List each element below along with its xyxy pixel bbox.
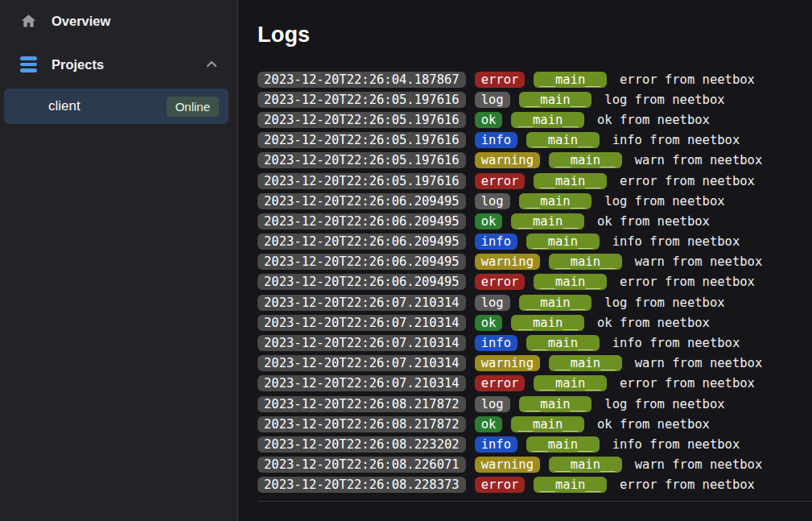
log-level-badge: log bbox=[475, 295, 510, 311]
log-row: 2023-12-20T22:26:05.197616 error __main_… bbox=[258, 171, 812, 191]
log-module-badge: __main__ bbox=[534, 274, 607, 290]
log-message: log from neetbox bbox=[604, 397, 724, 411]
log-timestamp: 2023-12-20T22:26:07.210314 bbox=[258, 375, 466, 391]
project-name: client bbox=[48, 98, 80, 114]
page-title: Logs bbox=[258, 23, 812, 48]
log-message: error from neetbox bbox=[620, 376, 755, 391]
log-row: 2023-12-20T22:26:06.209495 ok __main__ o… bbox=[258, 211, 812, 231]
log-level-badge: ok bbox=[475, 315, 503, 331]
log-timestamp: 2023-12-20T22:26:08.228373 bbox=[258, 477, 466, 493]
sidebar: Overview Projects client Online bbox=[0, 0, 238, 521]
main-panel: Logs 2023-12-20T22:26:04.187867 error __… bbox=[238, 0, 812, 521]
log-row: 2023-12-20T22:26:06.209495 info __main__… bbox=[258, 232, 812, 252]
log-row: 2023-12-20T22:26:05.197616 ok __main__ o… bbox=[258, 110, 812, 130]
log-module-badge: __main__ bbox=[511, 213, 584, 229]
log-module-badge: __main__ bbox=[534, 72, 607, 88]
log-level-badge: error bbox=[475, 72, 526, 88]
log-module-badge: __main__ bbox=[519, 295, 592, 311]
log-level-badge: error bbox=[475, 477, 526, 493]
log-timestamp: 2023-12-20T22:26:06.209495 bbox=[258, 274, 466, 290]
log-message: log from neetbox bbox=[604, 194, 724, 209]
log-timestamp: 2023-12-20T22:26:05.197616 bbox=[258, 92, 466, 108]
log-module-badge: __main__ bbox=[526, 234, 600, 250]
log-message: info from neetbox bbox=[612, 133, 740, 147]
log-level-badge: error bbox=[475, 173, 526, 189]
log-message: error from neetbox bbox=[620, 72, 755, 87]
log-level-badge: error bbox=[475, 274, 526, 290]
log-row: 2023-12-20T22:26:05.197616 log __main__ … bbox=[258, 89, 812, 110]
log-message: warn from neetbox bbox=[635, 153, 763, 167]
log-row: 2023-12-20T22:26:07.210314 error __main_… bbox=[258, 374, 812, 394]
log-timestamp: 2023-12-20T22:26:07.210314 bbox=[258, 315, 466, 331]
home-icon bbox=[20, 13, 37, 30]
log-module-badge: __main__ bbox=[534, 375, 607, 391]
log-level-badge: log bbox=[475, 92, 510, 108]
log-message: info from neetbox bbox=[612, 336, 740, 350]
log-module-badge: __main__ bbox=[526, 436, 600, 453]
log-row: 2023-12-20T22:26:08.223202 info __main__… bbox=[258, 434, 812, 454]
sidebar-item-label: Projects bbox=[52, 57, 104, 72]
sidebar-item-projects[interactable]: Projects bbox=[0, 48, 237, 81]
log-row: 2023-12-20T22:26:05.197616 info __main__… bbox=[258, 130, 812, 151]
sidebar-item-label: Overview bbox=[52, 14, 110, 29]
log-row: 2023-12-20T22:26:08.217872 log __main__ … bbox=[258, 394, 812, 414]
log-timestamp: 2023-12-20T22:26:08.226071 bbox=[258, 457, 466, 473]
log-level-badge: info bbox=[475, 132, 517, 148]
sidebar-project-client[interactable]: client Online bbox=[4, 89, 229, 124]
log-module-badge: __main__ bbox=[549, 457, 622, 473]
log-level-badge: info bbox=[475, 234, 517, 250]
log-module-badge: __main__ bbox=[519, 396, 592, 412]
log-level-badge: ok bbox=[475, 112, 503, 128]
chevron-up-icon[interactable] bbox=[204, 56, 220, 72]
log-level-badge: ok bbox=[475, 416, 503, 432]
log-timestamp: 2023-12-20T22:26:08.217872 bbox=[258, 396, 466, 412]
log-level-badge: warning bbox=[475, 355, 540, 371]
log-row: 2023-12-20T22:26:05.197616 warning __mai… bbox=[258, 151, 812, 171]
log-module-badge: __main__ bbox=[511, 416, 584, 432]
log-message: ok from neetbox bbox=[597, 113, 710, 127]
log-timestamp: 2023-12-20T22:26:05.197616 bbox=[258, 112, 466, 128]
log-message: warn from neetbox bbox=[635, 457, 763, 472]
log-module-badge: __main__ bbox=[519, 193, 592, 209]
log-timestamp: 2023-12-20T22:26:04.187867 bbox=[258, 72, 466, 88]
log-module-badge: __main__ bbox=[519, 92, 592, 108]
log-row: 2023-12-20T22:26:06.209495 error __main_… bbox=[258, 272, 812, 292]
log-module-badge: __main__ bbox=[511, 112, 584, 128]
log-level-badge: log bbox=[475, 396, 510, 412]
log-level-badge: warning bbox=[475, 152, 540, 168]
log-level-badge: error bbox=[475, 375, 526, 391]
log-row: 2023-12-20T22:26:07.210314 info __main__… bbox=[258, 333, 812, 353]
log-module-badge: __main__ bbox=[534, 173, 607, 189]
projects-list-icon bbox=[20, 56, 37, 72]
log-timestamp: 2023-12-20T22:26:07.210314 bbox=[258, 295, 466, 311]
log-message: ok from neetbox bbox=[597, 417, 710, 432]
log-list: 2023-12-20T22:26:04.187867 error __main_… bbox=[258, 69, 812, 495]
log-message: warn from neetbox bbox=[635, 254, 763, 269]
log-row: 2023-12-20T22:26:07.210314 warning __mai… bbox=[258, 354, 812, 374]
log-message: info from neetbox bbox=[612, 437, 740, 452]
log-level-badge: warning bbox=[475, 457, 540, 473]
log-module-badge: __main__ bbox=[549, 355, 622, 371]
log-message: ok from neetbox bbox=[597, 316, 710, 330]
log-level-badge: log bbox=[475, 193, 510, 209]
log-row: 2023-12-20T22:26:08.226071 warning __mai… bbox=[258, 455, 812, 475]
log-timestamp: 2023-12-20T22:26:06.209495 bbox=[258, 254, 466, 270]
log-module-badge: __main__ bbox=[526, 335, 600, 351]
log-timestamp: 2023-12-20T22:26:05.197616 bbox=[258, 152, 466, 168]
log-level-badge: info bbox=[475, 335, 517, 351]
log-row: 2023-12-20T22:26:06.209495 log __main__ … bbox=[258, 191, 812, 211]
sidebar-item-overview[interactable]: Overview bbox=[0, 5, 237, 37]
log-message: warn from neetbox bbox=[635, 356, 763, 370]
log-timestamp: 2023-12-20T22:26:06.209495 bbox=[258, 213, 466, 229]
log-message: ok from neetbox bbox=[597, 214, 710, 229]
log-level-badge: info bbox=[475, 436, 517, 453]
log-row: 2023-12-20T22:26:08.228373 error __main_… bbox=[258, 475, 812, 495]
log-module-badge: __main__ bbox=[511, 315, 584, 331]
log-module-badge: __main__ bbox=[526, 132, 600, 148]
log-level-badge: warning bbox=[475, 254, 540, 270]
log-message: log from neetbox bbox=[604, 296, 724, 310]
divider bbox=[258, 501, 812, 502]
log-timestamp: 2023-12-20T22:26:08.223202 bbox=[258, 436, 466, 453]
log-timestamp: 2023-12-20T22:26:07.210314 bbox=[258, 355, 466, 371]
log-message: error from neetbox bbox=[620, 174, 755, 188]
